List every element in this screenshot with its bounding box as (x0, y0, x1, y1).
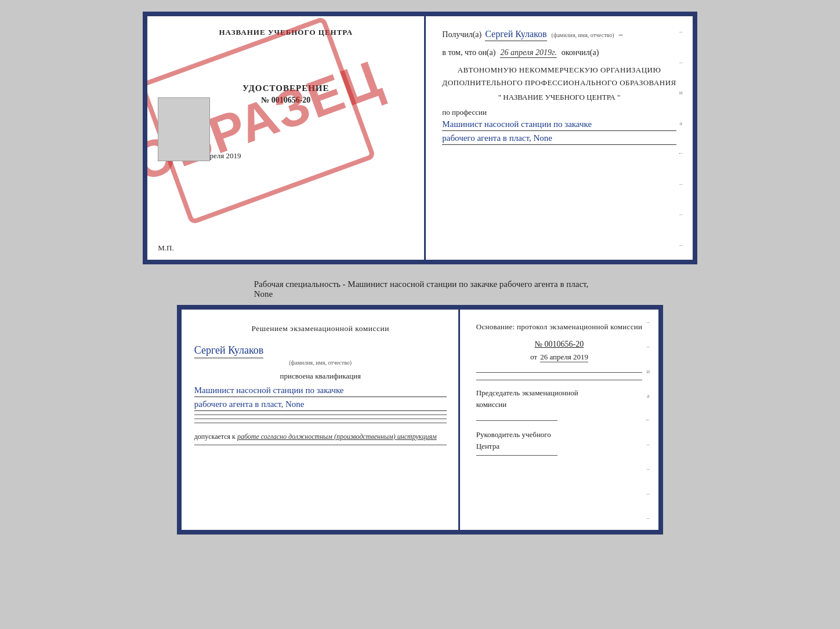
recipient-name-bottom: Сергей Кулаков (194, 344, 264, 358)
vtom-label: в том, что он(а) (442, 48, 495, 57)
separator1 (194, 415, 447, 415)
protocol-number: № 0010656-20 (476, 340, 643, 349)
qual-line2: рабочего агента в пласт, None (194, 399, 447, 411)
profession-line1: Машинист насосной станции по закачке (442, 119, 676, 131)
okonchil-label: окончил(а) (562, 48, 599, 57)
dash1: – (619, 30, 623, 39)
poluchil-sublabel: (фамилия, имя, отчество) (552, 32, 614, 38)
dopuskaetsya-prefix: допускается к (194, 432, 236, 441)
predsedatel-label: Председатель экзаменационной комиссии (476, 387, 643, 410)
ot-date-value: 26 апреля 2019 (540, 352, 588, 362)
rukovoditel-label: Руководитель учебного Центра (476, 429, 643, 452)
vtom-row: в том, что он(а) 26 апреля 2019г. окончи… (442, 48, 676, 58)
ot-label: от (530, 352, 537, 361)
predsedatel-sign-line (476, 420, 557, 421)
dopuskaetsya-row: допускается к работе согласно должностны… (194, 432, 447, 441)
profession-line2: рабочего агента в пласт, None (442, 133, 676, 145)
right-dashes-bottom: –– и а ← –––– (642, 310, 654, 530)
po-professii: по профессии (442, 108, 676, 117)
left-panel-front: НАЗВАНИЕ УЧЕБНОГО ЦЕНТРА ОБРАЗЕЦ УДОСТОВ… (147, 16, 426, 260)
separator3 (194, 423, 447, 423)
resheniem-text: Решением экзаменационной комиссии (194, 322, 447, 335)
bottom-right-panel: Основание: протокол экзаменационной коми… (460, 310, 659, 530)
prisvoena-text: присвоена квалификация (194, 372, 447, 381)
org-name: " НАЗВАНИЕ УЧЕБНОГО ЦЕНТРА " (442, 93, 676, 102)
poluchil-row: Получил(а) Сергей Кулаков (фамилия, имя,… (442, 29, 676, 41)
separator4 (194, 445, 447, 445)
qual-line1: Машинист насосной станции по закачке (194, 386, 447, 397)
name-sublabel: (фамилия, имя, отчество) (194, 359, 447, 366)
separator2 (194, 419, 447, 419)
ot-date: от 26 апреля 2019 (476, 352, 643, 362)
separator-r1 (476, 372, 643, 373)
separator-r2 (476, 380, 643, 380)
right-panel-front: Получил(а) Сергей Кулаков (фамилия, имя,… (426, 16, 692, 260)
udostoverenie-label: УДОСТОВЕРЕНИЕ (158, 83, 414, 93)
top-document: НАЗВАНИЕ УЧЕБНОГО ЦЕНТРА ОБРАЗЕЦ УДОСТОВ… (143, 12, 697, 264)
poluchil-label: Получил(а) (442, 30, 481, 39)
dopuskaetsya-text: работе согласно должностным (производств… (237, 432, 437, 441)
osnovanie-text: Основание: протокол экзаменационной коми… (476, 322, 643, 332)
recipient-name: Сергей Кулаков (485, 29, 546, 41)
bottom-left-panel: Решением экзаменационной комиссии Сергей… (182, 310, 460, 530)
vtom-date: 26 апреля 2019г. (500, 48, 556, 58)
photo-placeholder (158, 97, 210, 161)
subtitle-text: Рабочая специальность - Машинист насосно… (254, 279, 589, 299)
rukovoditel-sign-line (476, 455, 557, 456)
mp-label: М.П. (158, 243, 173, 253)
training-center-title: НАЗВАНИЕ УЧЕБНОГО ЦЕНТРА (158, 28, 414, 37)
right-dashes: –– и а ← ––– (675, 16, 687, 260)
bottom-document: Решением экзаменационной комиссии Сергей… (177, 305, 664, 535)
org-line1: АВТОНОМНУЮ НЕКОММЕРЧЕСКУЮ ОРГАНИЗАЦИЮ ДО… (442, 64, 676, 89)
